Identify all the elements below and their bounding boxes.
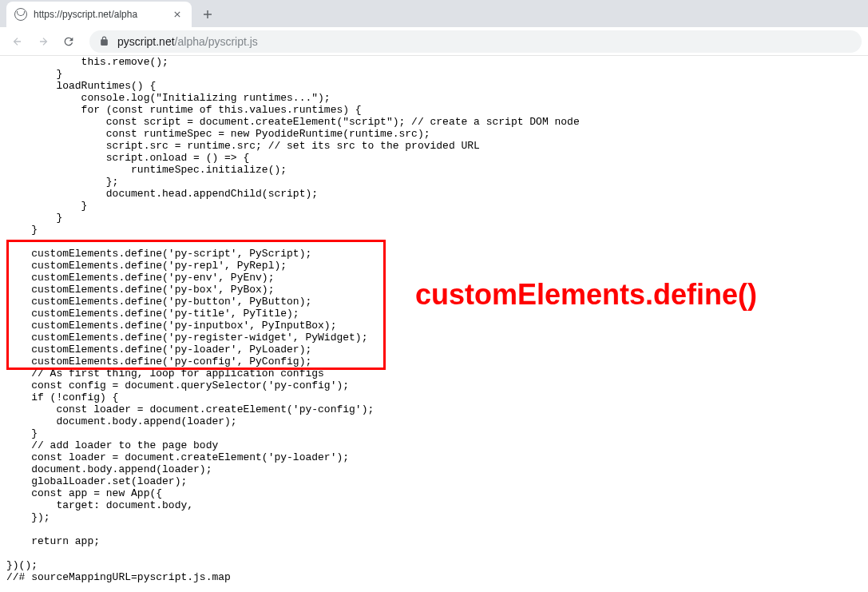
browser-toolbar: pyscript.net/alpha/pyscript.js [0, 27, 868, 56]
annotation-label: customElements.define() [415, 278, 757, 312]
new-tab-button[interactable] [196, 3, 219, 26]
globe-icon [14, 8, 27, 21]
address-bar[interactable]: pyscript.net/alpha/pyscript.js [89, 30, 862, 53]
close-icon[interactable] [171, 8, 184, 21]
browser-tab[interactable]: https://pyscript.net/alpha [6, 2, 192, 27]
back-button[interactable] [6, 30, 29, 53]
reload-button[interactable] [57, 30, 80, 53]
source-code: this.remove(); } loadRuntimes() { consol… [0, 56, 868, 583]
browser-tab-bar: https://pyscript.net/alpha [0, 0, 868, 27]
url-text: pyscript.net/alpha/pyscript.js [117, 35, 258, 48]
page-content: this.remove(); } loadRuntimes() { consol… [0, 56, 868, 592]
lock-icon [99, 36, 109, 46]
url-path: /alpha/pyscript.js [175, 35, 258, 48]
tab-title: https://pyscript.net/alpha [34, 9, 164, 20]
url-host: pyscript.net [117, 35, 175, 48]
forward-button[interactable] [32, 30, 54, 53]
